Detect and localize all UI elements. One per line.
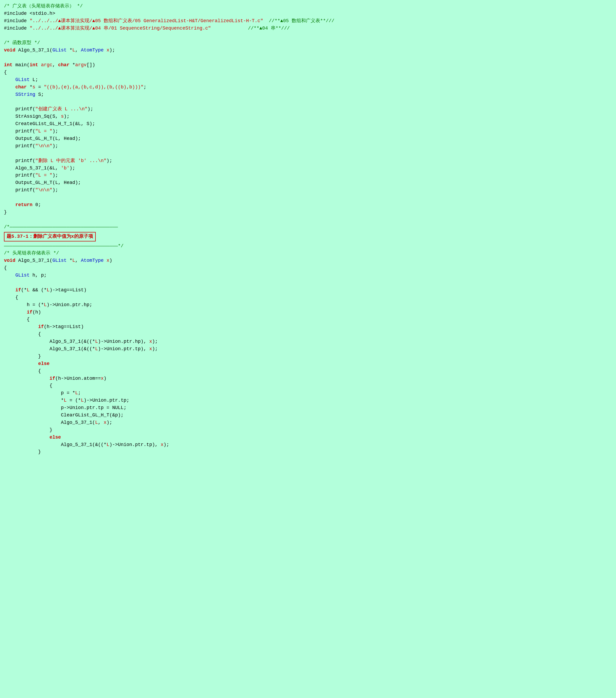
- code-line-18: printf("删除 L 中的元素 'b' ...\n");: [4, 157, 612, 165]
- code-line-22: printf("\n\n");: [4, 186, 612, 194]
- code-line-20: printf("L = ");: [4, 172, 612, 179]
- blank-1: [4, 32, 612, 40]
- code-line-6: void Algo_5_37_1(GList *L, AtomType x);: [4, 47, 612, 54]
- code-line-42: {: [4, 367, 612, 375]
- code-line-48: ClearGList_GL_H_T(&p);: [4, 412, 612, 419]
- code-line-27: /* 头尾链表存储表示 */: [4, 250, 612, 257]
- code-editor: /* 广义表（头尾链表存储表示） */ #include <stdio.h> #…: [4, 3, 612, 456]
- code-line-21: Output_GL_H_T(L, Head);: [4, 179, 612, 186]
- code-line-47: p->Union.ptr.tp = NULL;: [4, 404, 612, 412]
- code-line-8: {: [4, 69, 612, 76]
- code-line-16: Output_GL_H_T(L, Head);: [4, 135, 612, 142]
- blank-5: [4, 194, 612, 201]
- code-line-1: /* 广义表（头尾链表存储表示） */: [4, 3, 612, 10]
- section-label-text: 题5.37-1：删除广义表中值为x的原子项: [6, 234, 93, 239]
- code-line-50: }: [4, 427, 612, 434]
- code-line-44: {: [4, 382, 612, 390]
- code-line-15: printf("L = ");: [4, 128, 612, 135]
- code-line-32: {: [4, 294, 612, 302]
- code-line-37: {: [4, 331, 612, 338]
- code-line-31: if(*L && (*L)->tag==List): [4, 287, 612, 294]
- code-line-30: GList h, p;: [4, 272, 612, 279]
- code-line-29: {: [4, 264, 612, 272]
- code-line-53: }: [4, 448, 612, 456]
- code-line-25: /*——————————————————————————————————————: [4, 224, 612, 231]
- code-line-28: void Algo_5_37_1(GList *L, AtomType x): [4, 257, 612, 264]
- code-line-9: GList L;: [4, 76, 612, 84]
- code-line-23: return 0;: [4, 201, 612, 209]
- blank-4: [4, 150, 612, 157]
- code-line-52: Algo_5_37_1(&((*L)->Union.ptr.tp), x);: [4, 441, 612, 449]
- code-line-4: #include "../../../▲课本算法实现/▲04 串/01 Sequ…: [4, 25, 612, 32]
- code-line-40: }: [4, 353, 612, 360]
- code-line-19: Algo_5_37_1(&L, 'b');: [4, 165, 612, 172]
- code-line-11: SString S;: [4, 91, 612, 98]
- code-line-34: if(h): [4, 309, 612, 316]
- code-line-10: char *s = "((b),(e),(a,(b,c,d)),(b,((b),…: [4, 84, 612, 91]
- code-line-2: #include <stdio.h>: [4, 10, 612, 17]
- code-line-39: Algo_5_37_1(&((*L)->Union.ptr.tp), x);: [4, 346, 612, 353]
- code-line-41: else: [4, 360, 612, 367]
- code-line-5: /* 函数原型 */: [4, 39, 612, 47]
- code-line-3: #include "../../../▲课本算法实现/▲05 数组和广义表/05…: [4, 17, 612, 25]
- code-line-24: }: [4, 209, 612, 216]
- code-line-17: printf("\n\n");: [4, 142, 612, 150]
- code-line-33: h = (*L)->Union.ptr.hp;: [4, 302, 612, 309]
- code-line-45: p = *L;: [4, 390, 612, 397]
- code-line-12: printf("创建广义表 L ...\n");: [4, 106, 612, 113]
- section-label-box: 题5.37-1：删除广义表中值为x的原子项: [4, 232, 96, 241]
- code-line-46: *L = (*L)->Union.ptr.tp;: [4, 397, 612, 404]
- blank-3: [4, 98, 612, 106]
- blank-6: [4, 216, 612, 224]
- code-line-43: if(h->Union.atom==x): [4, 375, 612, 382]
- blank-7: [4, 279, 612, 287]
- code-line-49: Algo_5_37_1(L, x);: [4, 419, 612, 427]
- code-line-26: ————————————————————————————————————————…: [4, 242, 612, 250]
- code-line-13: StrAssign_Sq(S, s);: [4, 113, 612, 120]
- code-line-51: else: [4, 434, 612, 441]
- blank-2: [4, 54, 612, 61]
- code-line-38: Algo_5_37_1(&((*L)->Union.ptr.hp), x);: [4, 338, 612, 346]
- code-line-7: int main(int argc, char *argv[]): [4, 61, 612, 69]
- code-line-35: {: [4, 316, 612, 323]
- code-line-36: if(h->tag==List): [4, 323, 612, 331]
- code-line-14: CreateGList_GL_H_T_1(&L, S);: [4, 120, 612, 128]
